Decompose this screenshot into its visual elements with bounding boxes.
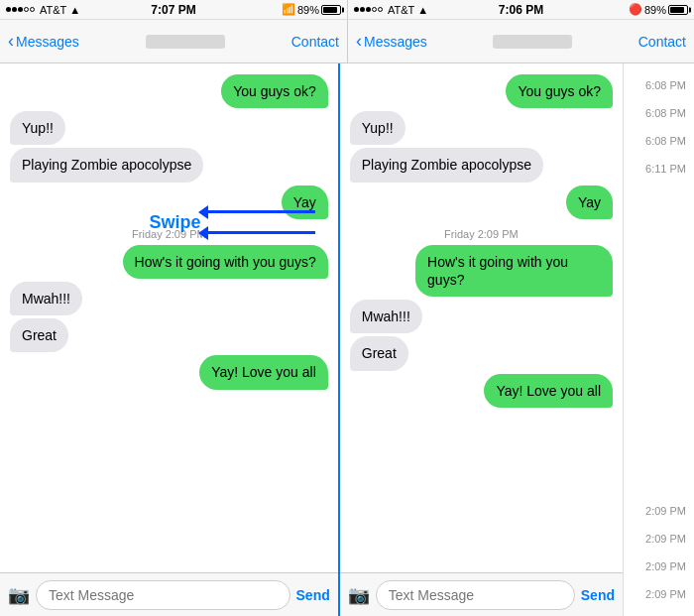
battery-left: 📶 89%: [282, 3, 341, 16]
message-bubble: Great: [350, 336, 408, 370]
time-entry: 2:09 PM: [628, 497, 690, 525]
contact-name-blur-right: [493, 35, 572, 49]
rdot3: [366, 7, 371, 12]
left-messages-area[interactable]: You guys ok?Yup!!Playing Zombie apocolyp…: [0, 63, 338, 572]
status-icons-left: AT&T ▲: [6, 4, 80, 16]
message-row: Yay: [350, 185, 613, 219]
battery-pct-right: 89%: [644, 4, 666, 16]
message-bubble: Playing Zombie apocolypse: [10, 148, 203, 182]
back-button-left[interactable]: ‹ Messages: [8, 31, 79, 52]
time-left: 7:07 PM: [151, 3, 195, 17]
message-bubble: Yay: [566, 185, 613, 219]
message-bubble: Mwah!!!: [350, 300, 422, 333]
message-bubble: Yay! Love you all: [199, 355, 328, 389]
rdot4: [372, 7, 377, 12]
left-input-bar: 📷 Send: [0, 572, 338, 616]
back-label-left: Messages: [16, 34, 79, 50]
message-row: Great: [10, 318, 328, 352]
message-bubble: Yay: [282, 185, 328, 219]
message-bubble: You guys ok?: [221, 74, 328, 108]
battery-pct-left: 89%: [297, 4, 319, 16]
contact-name-blur-left: [146, 35, 225, 49]
right-messages-area[interactable]: You guys ok?Yup!!Playing Zombie apocolyp…: [340, 63, 623, 572]
dot1: [6, 7, 11, 12]
message-row: Yay! Love you all: [350, 374, 613, 408]
contact-button-left[interactable]: Contact: [291, 34, 339, 50]
carrier-right: AT&T: [388, 4, 414, 16]
message-bubble: Great: [10, 318, 68, 352]
camera-icon-left[interactable]: 📷: [8, 584, 30, 606]
battery-right: 🔴 89%: [629, 3, 688, 16]
chevron-right-icon: ‹: [356, 31, 362, 52]
send-button-left[interactable]: Send: [296, 587, 330, 603]
message-row: Playing Zombie apocolypse: [350, 148, 613, 182]
time-entry: [628, 183, 690, 497]
time-entry: 6:11 PM: [628, 155, 690, 183]
message-row: Mwah!!!: [350, 300, 613, 333]
carrier-left: AT&T: [40, 4, 66, 16]
wifi-icon-right: ▲: [417, 4, 428, 16]
divider-row: Friday 2:09 PM: [350, 222, 613, 242]
dot4: [24, 7, 29, 12]
time-entry: 6:08 PM: [628, 99, 690, 127]
message-row: Yup!!: [350, 111, 613, 145]
contact-button-right[interactable]: Contact: [638, 34, 686, 50]
nav-bar: ‹ Messages Contact ‹ Messages Contact: [0, 20, 694, 63]
back-button-right[interactable]: ‹ Messages: [356, 31, 427, 52]
message-row: Yay! Love you all: [10, 355, 328, 389]
signal-right: [354, 7, 383, 12]
message-row: You guys ok?: [350, 74, 613, 108]
right-chat-panel: You guys ok?Yup!!Playing Zombie apocolyp…: [340, 63, 623, 616]
message-row: Playing Zombie apocolypse: [10, 148, 328, 182]
message-row: How's it going with you guys?: [10, 245, 328, 279]
dot3: [18, 7, 23, 12]
time-right: 7:06 PM: [499, 3, 543, 17]
message-row: Mwah!!!: [10, 282, 328, 315]
time-entry: 6:08 PM: [628, 71, 690, 99]
status-bar-right: AT&T ▲ 7:06 PM 🔴 89%: [347, 0, 694, 19]
message-bubble: How's it going with you guys?: [415, 245, 613, 297]
camera-icon-right[interactable]: 📷: [348, 584, 370, 606]
message-bubble: Yup!!: [10, 111, 65, 145]
status-bar-left: AT&T ▲ 7:07 PM 📶 89%: [0, 0, 347, 19]
wifi-icon-left: ▲: [69, 4, 80, 16]
time-entry: 2:09 PM: [628, 580, 690, 608]
message-bubble: How's it going with you guys?: [123, 245, 328, 279]
message-bubble: Yay! Love you all: [484, 374, 613, 408]
back-label-right: Messages: [364, 34, 427, 50]
message-row: Yay: [10, 185, 328, 219]
right-input-bar: 📷 Send: [340, 572, 623, 616]
message-row: Great: [350, 336, 613, 370]
status-bar: AT&T ▲ 7:07 PM 📶 89% AT&T ▲ 7:06 PM: [0, 0, 694, 20]
rdot1: [354, 7, 359, 12]
battery-fill-right: [670, 7, 684, 13]
time-entry: 2:09 PM: [628, 525, 690, 553]
time-entry: 2:09 PM: [628, 553, 690, 580]
text-input-left[interactable]: [36, 580, 290, 610]
text-input-right[interactable]: [376, 580, 575, 610]
message-row: How's it going with you guys?: [350, 245, 613, 297]
battery-fill-left: [323, 7, 337, 13]
message-row: You guys ok?: [10, 74, 328, 108]
battery-icon-left: [321, 5, 341, 15]
message-row: Yup!!: [10, 111, 328, 145]
nav-right: ‹ Messages Contact: [347, 20, 694, 62]
message-bubble: Playing Zombie apocolypse: [350, 148, 543, 182]
nav-left: ‹ Messages Contact: [0, 20, 347, 62]
bluetooth-icon-right: 🔴: [629, 3, 642, 16]
main-content: You guys ok?Yup!!Playing Zombie apocolyp…: [0, 63, 694, 616]
message-bubble: Yup!!: [350, 111, 405, 145]
divider-row: Friday 2:09 PM: [10, 222, 328, 242]
message-bubble: You guys ok?: [506, 74, 613, 108]
left-chat-panel: You guys ok?Yup!!Playing Zombie apocolyp…: [0, 63, 338, 616]
send-button-right[interactable]: Send: [581, 587, 615, 603]
signal-left: [6, 7, 35, 12]
rdot2: [360, 7, 365, 12]
dot5: [30, 7, 35, 12]
rdot5: [378, 7, 383, 12]
battery-icon-right: [668, 5, 688, 15]
dot2: [12, 7, 17, 12]
right-section: You guys ok?Yup!!Playing Zombie apocolyp…: [338, 63, 694, 616]
time-sidebar: 6:08 PM6:08 PM6:08 PM6:11 PM2:09 PM2:09 …: [623, 63, 694, 616]
status-icons-right: AT&T ▲: [354, 4, 428, 16]
